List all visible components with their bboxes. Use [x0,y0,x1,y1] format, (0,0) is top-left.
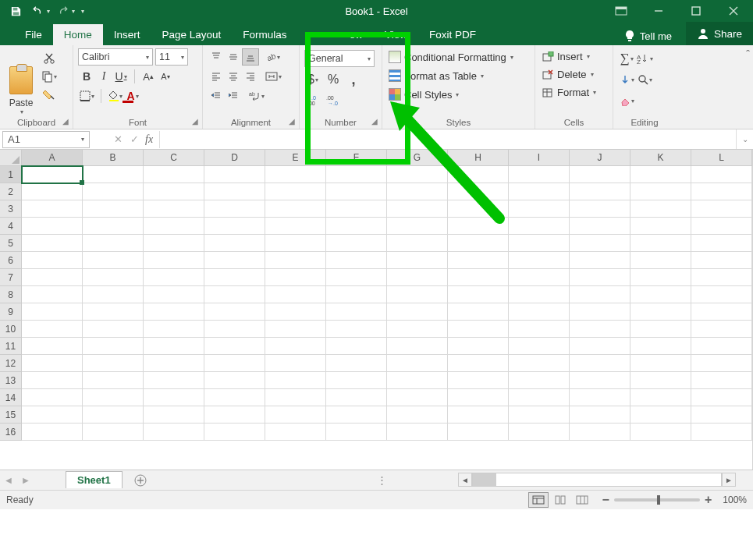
cell[interactable] [144,218,204,235]
cell[interactable] [387,166,448,183]
cell[interactable] [83,303,144,321]
cell[interactable] [448,424,509,441]
cell[interactable] [509,286,570,303]
cell[interactable] [326,338,387,355]
cell[interactable] [448,372,509,389]
cell[interactable] [204,218,265,235]
cell[interactable] [204,424,265,441]
cell[interactable] [326,424,387,441]
cell[interactable] [83,235,144,252]
cell[interactable] [570,269,630,286]
cell[interactable] [570,406,630,424]
cell[interactable] [509,424,570,441]
cell[interactable] [326,389,387,406]
name-box[interactable]: A1▾ [2,131,90,148]
cell[interactable] [326,406,387,424]
cell[interactable] [144,321,204,338]
cell[interactable] [630,218,691,235]
percent-format-button[interactable]: % [325,71,342,88]
cell[interactable] [204,269,265,286]
cell[interactable] [204,252,265,269]
cell[interactable] [22,321,83,338]
cell[interactable] [509,338,570,355]
sheet-nav-next[interactable]: ► [17,475,34,486]
row-header[interactable]: 6 [0,252,21,269]
find-select-button[interactable]: ▾ [636,71,654,88]
cell[interactable] [448,286,509,303]
cell[interactable] [509,235,570,252]
cell[interactable] [387,406,448,424]
cell[interactable] [144,200,204,218]
format-as-table-button[interactable]: Format as Table▾ [387,69,530,83]
font-name-combo[interactable]: Calibri▾ [78,48,153,66]
cell[interactable] [83,200,144,218]
cell[interactable] [204,235,265,252]
cell[interactable] [265,372,326,389]
cell[interactable] [448,338,509,355]
column-header[interactable]: F [326,150,387,166]
cell[interactable] [691,406,752,424]
cell[interactable] [570,218,630,235]
cell[interactable] [22,183,83,200]
alignment-dialog-launcher[interactable]: ◢ [287,116,297,126]
normal-view-button[interactable] [528,492,549,508]
cell[interactable] [448,406,509,424]
horizontal-scrollbar[interactable]: ◄► [458,473,736,487]
cell[interactable] [22,218,83,235]
row-header[interactable]: 13 [0,372,21,389]
cell[interactable] [387,269,448,286]
cell[interactable] [22,269,83,286]
cell[interactable] [204,338,265,355]
cell[interactable] [326,166,387,183]
cell[interactable] [144,183,204,200]
underline-button[interactable]: U▾ [112,68,130,85]
row-header[interactable]: 16 [0,424,21,441]
cell[interactable] [204,372,265,389]
qat-customize-icon[interactable]: ▾ [81,8,84,15]
cell[interactable] [265,338,326,355]
cell[interactable] [570,355,630,372]
tab-review[interactable]: ew [318,24,374,45]
cell[interactable] [265,183,326,200]
cell[interactable] [691,252,752,269]
column-header[interactable]: I [509,150,570,166]
collapse-ribbon-button[interactable]: ˆ [746,48,750,61]
decrease-decimal-button[interactable]: .00→.0 [325,92,342,109]
page-break-view-button[interactable] [572,492,592,508]
cell[interactable] [448,218,509,235]
number-dialog-launcher[interactable]: ◢ [370,116,379,126]
cell[interactable] [326,218,387,235]
cell[interactable] [326,355,387,372]
borders-button[interactable]: ▾ [78,87,96,105]
cell[interactable] [83,406,144,424]
row-header[interactable]: 5 [0,235,21,252]
column-header[interactable]: K [630,150,691,166]
cell[interactable] [204,200,265,218]
paste-dropdown-icon[interactable]: ▾ [20,108,23,115]
tab-insert[interactable]: Insert [103,24,151,45]
column-header[interactable]: D [204,150,265,166]
cell[interactable] [570,372,630,389]
accounting-format-button[interactable]: $▾ [304,71,321,88]
tab-formulas[interactable]: Formulas [232,24,318,45]
cell[interactable] [509,166,570,183]
cell[interactable] [691,218,752,235]
align-center-button[interactable] [225,68,242,85]
cell[interactable] [630,166,691,183]
cell[interactable] [326,372,387,389]
undo-dropdown-icon[interactable]: ▾ [47,8,50,15]
tab-split-handle[interactable]: ⋮ [377,474,387,486]
cell[interactable] [691,286,752,303]
row-header[interactable]: 10 [0,321,21,338]
cell[interactable] [144,355,204,372]
row-header[interactable]: 12 [0,355,21,372]
zoom-out-button[interactable]: − [602,493,609,507]
cell[interactable] [630,252,691,269]
cell[interactable] [448,252,509,269]
close-button[interactable] [716,1,751,21]
cell[interactable] [691,200,752,218]
cell[interactable] [570,252,630,269]
tab-view[interactable]: View [374,24,418,45]
undo-icon[interactable] [28,2,47,19]
row-header[interactable]: 15 [0,406,21,424]
